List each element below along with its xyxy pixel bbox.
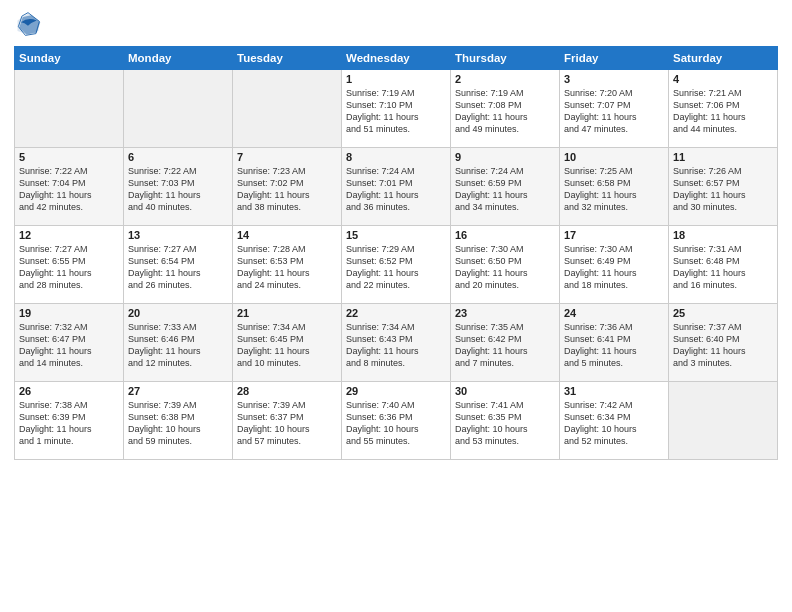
day-number: 13 xyxy=(128,229,228,241)
calendar-cell: 25Sunrise: 7:37 AMSunset: 6:40 PMDayligh… xyxy=(669,304,778,382)
day-number: 4 xyxy=(673,73,773,85)
day-number: 23 xyxy=(455,307,555,319)
calendar-cell: 21Sunrise: 7:34 AMSunset: 6:45 PMDayligh… xyxy=(233,304,342,382)
day-info: Sunrise: 7:20 AMSunset: 7:07 PMDaylight:… xyxy=(564,87,664,136)
day-number: 24 xyxy=(564,307,664,319)
calendar-cell: 12Sunrise: 7:27 AMSunset: 6:55 PMDayligh… xyxy=(15,226,124,304)
day-number: 14 xyxy=(237,229,337,241)
day-info: Sunrise: 7:22 AMSunset: 7:04 PMDaylight:… xyxy=(19,165,119,214)
day-number: 25 xyxy=(673,307,773,319)
calendar-cell: 29Sunrise: 7:40 AMSunset: 6:36 PMDayligh… xyxy=(342,382,451,460)
day-number: 11 xyxy=(673,151,773,163)
day-number: 3 xyxy=(564,73,664,85)
day-number: 6 xyxy=(128,151,228,163)
day-info: Sunrise: 7:25 AMSunset: 6:58 PMDaylight:… xyxy=(564,165,664,214)
day-number: 29 xyxy=(346,385,446,397)
day-info: Sunrise: 7:40 AMSunset: 6:36 PMDaylight:… xyxy=(346,399,446,448)
calendar-cell: 31Sunrise: 7:42 AMSunset: 6:34 PMDayligh… xyxy=(560,382,669,460)
header-saturday: Saturday xyxy=(669,47,778,70)
calendar-cell xyxy=(233,70,342,148)
day-number: 7 xyxy=(237,151,337,163)
day-number: 16 xyxy=(455,229,555,241)
day-info: Sunrise: 7:41 AMSunset: 6:35 PMDaylight:… xyxy=(455,399,555,448)
calendar-cell: 16Sunrise: 7:30 AMSunset: 6:50 PMDayligh… xyxy=(451,226,560,304)
week-row-1: 1Sunrise: 7:19 AMSunset: 7:10 PMDaylight… xyxy=(15,70,778,148)
calendar-cell: 27Sunrise: 7:39 AMSunset: 6:38 PMDayligh… xyxy=(124,382,233,460)
day-number: 8 xyxy=(346,151,446,163)
day-info: Sunrise: 7:27 AMSunset: 6:55 PMDaylight:… xyxy=(19,243,119,292)
header-tuesday: Tuesday xyxy=(233,47,342,70)
calendar-cell: 9Sunrise: 7:24 AMSunset: 6:59 PMDaylight… xyxy=(451,148,560,226)
day-info: Sunrise: 7:19 AMSunset: 7:10 PMDaylight:… xyxy=(346,87,446,136)
calendar-table: SundayMondayTuesdayWednesdayThursdayFrid… xyxy=(14,46,778,460)
calendar-cell: 14Sunrise: 7:28 AMSunset: 6:53 PMDayligh… xyxy=(233,226,342,304)
calendar-cell: 8Sunrise: 7:24 AMSunset: 7:01 PMDaylight… xyxy=(342,148,451,226)
calendar-cell: 3Sunrise: 7:20 AMSunset: 7:07 PMDaylight… xyxy=(560,70,669,148)
header-thursday: Thursday xyxy=(451,47,560,70)
logo xyxy=(14,10,46,38)
week-row-3: 12Sunrise: 7:27 AMSunset: 6:55 PMDayligh… xyxy=(15,226,778,304)
day-number: 15 xyxy=(346,229,446,241)
day-info: Sunrise: 7:35 AMSunset: 6:42 PMDaylight:… xyxy=(455,321,555,370)
calendar-cell: 13Sunrise: 7:27 AMSunset: 6:54 PMDayligh… xyxy=(124,226,233,304)
calendar-cell: 17Sunrise: 7:30 AMSunset: 6:49 PMDayligh… xyxy=(560,226,669,304)
day-info: Sunrise: 7:26 AMSunset: 6:57 PMDaylight:… xyxy=(673,165,773,214)
day-info: Sunrise: 7:33 AMSunset: 6:46 PMDaylight:… xyxy=(128,321,228,370)
logo-icon xyxy=(14,10,42,38)
header xyxy=(14,10,778,38)
day-info: Sunrise: 7:30 AMSunset: 6:50 PMDaylight:… xyxy=(455,243,555,292)
calendar-cell xyxy=(15,70,124,148)
day-number: 2 xyxy=(455,73,555,85)
day-number: 1 xyxy=(346,73,446,85)
day-number: 9 xyxy=(455,151,555,163)
calendar-cell: 26Sunrise: 7:38 AMSunset: 6:39 PMDayligh… xyxy=(15,382,124,460)
day-info: Sunrise: 7:24 AMSunset: 7:01 PMDaylight:… xyxy=(346,165,446,214)
week-row-5: 26Sunrise: 7:38 AMSunset: 6:39 PMDayligh… xyxy=(15,382,778,460)
day-number: 19 xyxy=(19,307,119,319)
calendar-cell: 20Sunrise: 7:33 AMSunset: 6:46 PMDayligh… xyxy=(124,304,233,382)
day-info: Sunrise: 7:27 AMSunset: 6:54 PMDaylight:… xyxy=(128,243,228,292)
header-monday: Monday xyxy=(124,47,233,70)
day-info: Sunrise: 7:39 AMSunset: 6:37 PMDaylight:… xyxy=(237,399,337,448)
calendar-cell: 2Sunrise: 7:19 AMSunset: 7:08 PMDaylight… xyxy=(451,70,560,148)
day-info: Sunrise: 7:31 AMSunset: 6:48 PMDaylight:… xyxy=(673,243,773,292)
day-info: Sunrise: 7:23 AMSunset: 7:02 PMDaylight:… xyxy=(237,165,337,214)
calendar-cell: 5Sunrise: 7:22 AMSunset: 7:04 PMDaylight… xyxy=(15,148,124,226)
calendar-cell: 15Sunrise: 7:29 AMSunset: 6:52 PMDayligh… xyxy=(342,226,451,304)
day-number: 17 xyxy=(564,229,664,241)
day-info: Sunrise: 7:29 AMSunset: 6:52 PMDaylight:… xyxy=(346,243,446,292)
calendar-cell: 4Sunrise: 7:21 AMSunset: 7:06 PMDaylight… xyxy=(669,70,778,148)
header-row: SundayMondayTuesdayWednesdayThursdayFrid… xyxy=(15,47,778,70)
day-info: Sunrise: 7:19 AMSunset: 7:08 PMDaylight:… xyxy=(455,87,555,136)
header-sunday: Sunday xyxy=(15,47,124,70)
day-info: Sunrise: 7:34 AMSunset: 6:43 PMDaylight:… xyxy=(346,321,446,370)
calendar-cell: 30Sunrise: 7:41 AMSunset: 6:35 PMDayligh… xyxy=(451,382,560,460)
calendar-cell: 22Sunrise: 7:34 AMSunset: 6:43 PMDayligh… xyxy=(342,304,451,382)
calendar-cell: 10Sunrise: 7:25 AMSunset: 6:58 PMDayligh… xyxy=(560,148,669,226)
calendar-cell: 7Sunrise: 7:23 AMSunset: 7:02 PMDaylight… xyxy=(233,148,342,226)
day-info: Sunrise: 7:22 AMSunset: 7:03 PMDaylight:… xyxy=(128,165,228,214)
week-row-2: 5Sunrise: 7:22 AMSunset: 7:04 PMDaylight… xyxy=(15,148,778,226)
calendar-cell: 28Sunrise: 7:39 AMSunset: 6:37 PMDayligh… xyxy=(233,382,342,460)
header-wednesday: Wednesday xyxy=(342,47,451,70)
calendar-cell: 6Sunrise: 7:22 AMSunset: 7:03 PMDaylight… xyxy=(124,148,233,226)
day-info: Sunrise: 7:38 AMSunset: 6:39 PMDaylight:… xyxy=(19,399,119,448)
day-info: Sunrise: 7:28 AMSunset: 6:53 PMDaylight:… xyxy=(237,243,337,292)
day-number: 31 xyxy=(564,385,664,397)
calendar-cell: 1Sunrise: 7:19 AMSunset: 7:10 PMDaylight… xyxy=(342,70,451,148)
day-number: 26 xyxy=(19,385,119,397)
day-info: Sunrise: 7:37 AMSunset: 6:40 PMDaylight:… xyxy=(673,321,773,370)
day-number: 21 xyxy=(237,307,337,319)
day-number: 20 xyxy=(128,307,228,319)
calendar-cell xyxy=(124,70,233,148)
calendar-cell: 11Sunrise: 7:26 AMSunset: 6:57 PMDayligh… xyxy=(669,148,778,226)
day-number: 22 xyxy=(346,307,446,319)
calendar-cell: 23Sunrise: 7:35 AMSunset: 6:42 PMDayligh… xyxy=(451,304,560,382)
day-number: 12 xyxy=(19,229,119,241)
day-number: 30 xyxy=(455,385,555,397)
day-info: Sunrise: 7:24 AMSunset: 6:59 PMDaylight:… xyxy=(455,165,555,214)
day-number: 28 xyxy=(237,385,337,397)
day-number: 10 xyxy=(564,151,664,163)
day-info: Sunrise: 7:34 AMSunset: 6:45 PMDaylight:… xyxy=(237,321,337,370)
calendar-cell: 19Sunrise: 7:32 AMSunset: 6:47 PMDayligh… xyxy=(15,304,124,382)
